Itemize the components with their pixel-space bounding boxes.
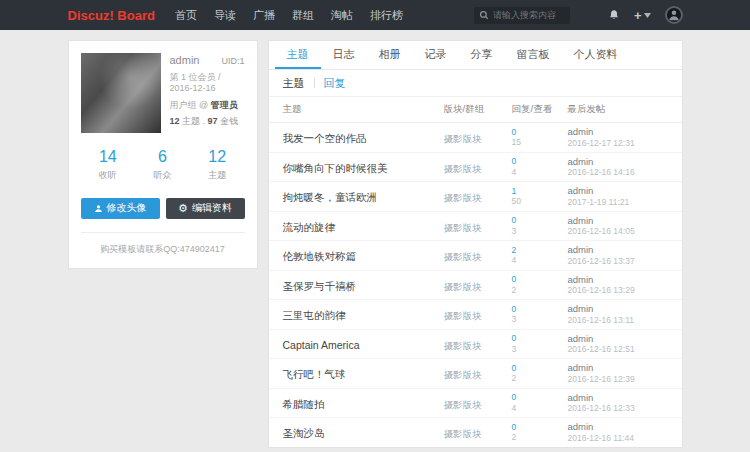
profile-stat[interactable]: 14 收听: [81, 148, 136, 182]
top-navbar: Discuz! Board 首页导读广播群组淘帖排行榜 +: [0, 0, 750, 30]
thread-title-link[interactable]: 圣淘沙岛: [283, 427, 325, 439]
thread-title-link[interactable]: 三里屯的韵律: [283, 309, 346, 321]
reply-count: 0: [512, 215, 568, 226]
view-count: 50: [512, 196, 568, 207]
reply-count: 0: [512, 422, 568, 433]
search-input[interactable]: [493, 10, 565, 20]
main-nav: 首页导读广播群组淘帖排行榜: [175, 8, 420, 23]
thread-title-link[interactable]: 我发一个空的作品: [283, 132, 367, 144]
last-post-time: 2016-12-16 12:39: [568, 374, 668, 385]
table-row: 飞行吧！气球 摄影版块 0 2 admin 2016-12-16 12:39: [269, 359, 682, 389]
quick-add-button[interactable]: +: [634, 9, 651, 22]
thread-title-link[interactable]: Captain America: [283, 339, 360, 351]
tab[interactable]: 留言板: [505, 41, 562, 69]
forum-link[interactable]: 摄影版块: [444, 369, 482, 380]
reply-view-counts: 0 2: [512, 363, 568, 384]
last-post-author[interactable]: admin: [568, 156, 668, 168]
forum-link[interactable]: 摄影版块: [444, 222, 482, 233]
last-post-author[interactable]: admin: [568, 333, 668, 345]
search-icon: [479, 10, 489, 20]
last-post-author[interactable]: admin: [568, 244, 668, 256]
reply-count: 1: [512, 186, 568, 197]
last-post-author[interactable]: admin: [568, 421, 668, 433]
profile-card: admin UID:1 第 1 位会员 / 2016-12-16 用户组 @ 管…: [68, 40, 258, 269]
profile-stats: 14 收听 6 听众 12 主题: [81, 148, 245, 182]
thread-title-link[interactable]: 拘炖暖冬，童话欧洲: [283, 191, 378, 203]
thread-title-link[interactable]: 飞行吧！气球: [283, 368, 346, 380]
tab[interactable]: 相册: [367, 41, 413, 69]
forum-link[interactable]: 摄影版块: [444, 192, 482, 203]
tab[interactable]: 记录: [413, 41, 459, 69]
last-post-time: 2016-12-16 14:16: [568, 167, 668, 178]
user-group: 用户组 @ 管理员: [170, 100, 245, 111]
header-title: 主题: [283, 103, 444, 116]
last-post-author[interactable]: admin: [568, 215, 668, 227]
last-post-author[interactable]: admin: [568, 126, 668, 138]
last-post: admin 2016-12-17 12:31: [568, 126, 668, 149]
notifications-button[interactable]: [608, 9, 620, 21]
last-post-author[interactable]: admin: [568, 185, 668, 197]
brand-logo[interactable]: Discuz! Board: [68, 8, 155, 23]
last-post: admin 2016-12-16 13:29: [568, 274, 668, 297]
forum-link[interactable]: 摄影版块: [444, 340, 482, 351]
profile-stat[interactable]: 12 主题: [190, 148, 245, 182]
edit-profile-button[interactable]: ⚙ 编辑资料: [166, 198, 245, 219]
thread-title-link[interactable]: 伦敦地铁对称篇: [283, 250, 357, 262]
header-lastpost: 最后发帖: [568, 103, 668, 116]
last-post-time: 2016-12-17 12:31: [568, 138, 668, 149]
forum-link[interactable]: 摄影版块: [444, 310, 482, 321]
profile-stat[interactable]: 6 听众: [135, 148, 190, 182]
reply-view-counts: 1 50: [512, 186, 568, 207]
forum-link[interactable]: 摄影版块: [444, 428, 482, 439]
filter-topics[interactable]: 主题: [283, 76, 305, 91]
forum-link[interactable]: 摄影版块: [444, 399, 482, 410]
plus-icon: +: [634, 9, 642, 22]
last-post-time: 2016-12-16 11:44: [568, 433, 668, 444]
last-post: admin 2016-12-16 13:11: [568, 303, 668, 326]
forum-link[interactable]: 摄影版块: [444, 281, 482, 292]
nav-item[interactable]: 首页: [175, 8, 197, 23]
search-box[interactable]: [474, 7, 570, 24]
tab[interactable]: 日志: [321, 41, 367, 69]
tab[interactable]: 分享: [459, 41, 505, 69]
last-post-author[interactable]: admin: [568, 274, 668, 286]
last-post: admin 2017-1-19 11:21: [568, 185, 668, 208]
chevron-down-icon: [644, 13, 651, 18]
view-count: 4: [512, 167, 568, 178]
header-forum: 版块/群组: [444, 103, 512, 116]
last-post-author[interactable]: admin: [568, 362, 668, 374]
reply-count: 0: [512, 363, 568, 374]
forum-link[interactable]: 摄影版块: [444, 251, 482, 262]
tab[interactable]: 主题: [275, 41, 321, 69]
thread-title-link[interactable]: 圣保罗与千禧桥: [283, 280, 357, 292]
thread-title-link[interactable]: 希腊随拍: [283, 398, 325, 410]
nav-item[interactable]: 淘帖: [331, 8, 353, 23]
profile-avatar[interactable]: [81, 53, 161, 133]
last-post-author[interactable]: admin: [568, 392, 668, 404]
reply-count: 0: [512, 127, 568, 138]
thread-title-link[interactable]: 你嘴角向下的时候很美: [283, 162, 388, 174]
thread-title-link[interactable]: 流动的旋律: [283, 221, 336, 233]
edit-avatar-button[interactable]: 修改头像: [81, 198, 160, 219]
nav-item[interactable]: 导读: [214, 8, 236, 23]
forum-link[interactable]: 摄影版块: [444, 163, 482, 174]
nav-item[interactable]: 排行榜: [370, 8, 403, 23]
view-count: 3: [512, 226, 568, 237]
nav-item[interactable]: 广播: [253, 8, 275, 23]
filter-replies[interactable]: 回复: [324, 76, 346, 91]
tab[interactable]: 个人资料: [562, 41, 630, 69]
table-row: Captain America 摄影版块 0 3 admin 2016-12-1…: [269, 330, 682, 360]
username: admin: [170, 54, 222, 66]
last-post-time: 2016-12-16 12:51: [568, 344, 668, 355]
user-menu-avatar[interactable]: [665, 6, 683, 24]
forum-link[interactable]: 摄影版块: [444, 133, 482, 144]
reply-view-counts: 0 2: [512, 422, 568, 443]
gear-icon: ⚙: [178, 203, 188, 214]
bell-icon: [608, 9, 620, 21]
table-row: 你嘴角向下的时候很美 摄影版块 0 4 admin 2016-12-16 14:…: [269, 153, 682, 183]
nav-item[interactable]: 群组: [292, 8, 314, 23]
reply-view-counts: 0 3: [512, 304, 568, 325]
view-count: 2: [512, 285, 568, 296]
last-post-author[interactable]: admin: [568, 303, 668, 315]
view-count: 2: [512, 373, 568, 384]
